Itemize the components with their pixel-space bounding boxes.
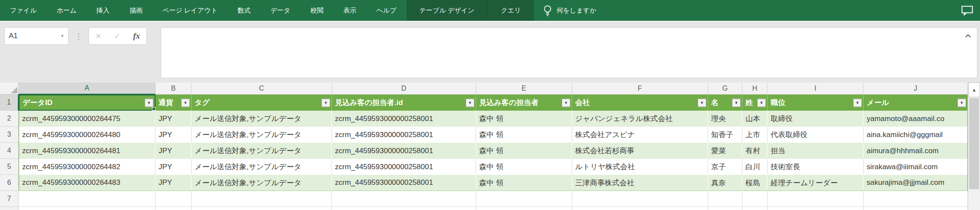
cell-G2[interactable]: 理央 xyxy=(708,111,742,127)
cell-G6[interactable]: 真奈 xyxy=(708,175,742,191)
ribbon-tab-data[interactable]: データ xyxy=(261,0,301,21)
cell-H4[interactable]: 有村 xyxy=(742,143,768,159)
row-header-7[interactable]: 7 xyxy=(0,191,19,207)
cell-I2[interactable]: 取締役 xyxy=(768,111,864,127)
scroll-up-button[interactable]: ▲ xyxy=(968,82,980,97)
filter-button-E[interactable]: ▼ xyxy=(562,98,570,107)
ribbon-tab-review[interactable]: 校閲 xyxy=(300,0,333,21)
filter-button-D[interactable]: ▼ xyxy=(466,98,474,107)
insert-function-icon[interactable]: fx xyxy=(133,31,140,41)
cell-G5[interactable]: 京子 xyxy=(708,159,742,175)
filter-button-B[interactable]: ▼ xyxy=(181,98,190,107)
cell-C4[interactable]: メール送信対象,サンプルデータ xyxy=(192,143,332,159)
cell-G7[interactable] xyxy=(708,191,742,207)
row-header-3[interactable]: 3 xyxy=(0,127,19,143)
cell-C6[interactable]: メール送信対象,サンプルデータ xyxy=(192,175,332,191)
cell-C2[interactable]: メール送信対象,サンプルデータ xyxy=(192,111,332,127)
cell-J6[interactable]: sakurajima@jjjmail.com xyxy=(864,175,968,191)
cell-H6[interactable]: 桜島 xyxy=(742,175,768,191)
column-header-E[interactable]: E xyxy=(476,82,572,95)
cell-B4[interactable]: JPY xyxy=(156,143,192,159)
cell-C7[interactable] xyxy=(192,191,332,207)
cell-B7[interactable] xyxy=(156,191,192,207)
cell-D4[interactable]: zcrm_4459593000000258001 xyxy=(332,143,476,159)
cell-A3[interactable]: zcrm_4459593000000264480 xyxy=(19,127,156,143)
filter-button-J[interactable]: ▼ xyxy=(957,98,966,107)
cell-H3[interactable]: 上市 xyxy=(742,127,768,143)
ribbon-tab-formulas[interactable]: 数式 xyxy=(228,0,261,21)
cancel-icon[interactable]: ✕ xyxy=(96,32,102,41)
cell-D6[interactable]: zcrm_4459593000000258001 xyxy=(332,175,476,191)
header-cell-D1[interactable]: 見込み客の担当者.id▼ xyxy=(332,95,476,111)
filter-button-G[interactable]: ▼ xyxy=(732,98,741,107)
header-cell-C1[interactable]: タグ▼ xyxy=(192,95,332,111)
cell-A5[interactable]: zcrm_4459593000000264482 xyxy=(19,159,156,175)
cell-H7[interactable] xyxy=(742,191,768,207)
filter-button-A[interactable]: ▼ xyxy=(145,98,153,107)
cell-I7[interactable] xyxy=(768,191,864,207)
cell-C5[interactable]: メール送信対象,サンプルデータ xyxy=(192,159,332,175)
filter-button-I[interactable]: ▼ xyxy=(853,98,862,107)
cell-B2[interactable]: JPY xyxy=(156,111,192,127)
comment-icon[interactable] xyxy=(961,0,980,21)
column-header-B[interactable]: B xyxy=(156,82,192,95)
column-header-D[interactable]: D xyxy=(332,82,476,95)
column-header-H[interactable]: H xyxy=(742,82,768,95)
cell-E2[interactable]: 森中 領 xyxy=(476,111,572,127)
cell-B3[interactable]: JPY xyxy=(156,127,192,143)
cell-I3[interactable]: 代表取締役 xyxy=(768,127,864,143)
cell-H5[interactable]: 白川 xyxy=(742,159,768,175)
cell-F2[interactable]: ジャパンジェネラル株式会社 xyxy=(572,111,708,127)
cell-A2[interactable]: zcrm_4459593000000264475 xyxy=(19,111,156,127)
fill-handle[interactable] xyxy=(152,107,156,111)
ribbon-tab-view[interactable]: 表示 xyxy=(333,0,366,21)
cell-F7[interactable] xyxy=(572,191,708,207)
tell-me-box[interactable]: 何をしますか xyxy=(534,0,606,21)
cell-J5[interactable]: sirakawa@iiimail.com xyxy=(864,159,968,175)
row-header-5[interactable]: 5 xyxy=(0,159,19,175)
cell-C3[interactable]: メール送信対象,サンプルデータ xyxy=(192,127,332,143)
cell-F6[interactable]: 三津商事株式会社 xyxy=(572,175,708,191)
ribbon-tab-help[interactable]: ヘルプ xyxy=(366,0,406,21)
filter-button-F[interactable]: ▼ xyxy=(698,98,706,107)
header-cell-E1[interactable]: 見込み客の担当者▼ xyxy=(476,95,572,111)
name-box[interactable]: A1 ▼ xyxy=(4,27,69,45)
row-header-2[interactable]: 2 xyxy=(0,111,19,127)
cell-D5[interactable]: zcrm_4459593000000258001 xyxy=(332,159,476,175)
header-cell-J1[interactable]: メール▼ xyxy=(864,95,968,111)
column-header-G[interactable]: G xyxy=(708,82,742,95)
cell-E3[interactable]: 森中 領 xyxy=(476,127,572,143)
cell-J2[interactable]: yamamoto@aaamail.co xyxy=(864,111,968,127)
cell-A4[interactable]: zcrm_4459593000000264481 xyxy=(19,143,156,159)
cell-G3[interactable]: 知香子 xyxy=(708,127,742,143)
ribbon-tab-home[interactable]: ホーム xyxy=(46,0,86,21)
cell-E7[interactable] xyxy=(476,191,572,207)
cell-F4[interactable]: 株式会社若杉商事 xyxy=(572,143,708,159)
ribbon-tab-query[interactable]: クエリ xyxy=(487,0,534,21)
cell-A6[interactable]: zcrm_4459593000000264483 xyxy=(19,175,156,191)
cell-E5[interactable]: 森中 領 xyxy=(476,159,572,175)
collapse-formula-bar-icon[interactable] xyxy=(965,32,971,39)
cell-J4[interactable]: aimura@hhhmail.com xyxy=(864,143,968,159)
cell-A7[interactable] xyxy=(19,191,156,207)
cell-I6[interactable]: 経理チームリーダー xyxy=(768,175,864,191)
select-all-corner[interactable] xyxy=(0,82,19,95)
column-header-A[interactable]: A xyxy=(19,82,156,95)
cell-J7[interactable] xyxy=(864,191,968,207)
header-cell-H1[interactable]: 姓▼ xyxy=(742,95,768,111)
header-cell-F1[interactable]: 会社▼ xyxy=(572,95,708,111)
column-header-C[interactable]: C xyxy=(192,82,332,95)
row-header-4[interactable]: 4 xyxy=(0,143,19,159)
scrollbar-thumb[interactable] xyxy=(969,98,979,189)
filter-button-H[interactable]: ▼ xyxy=(757,98,766,107)
cell-F3[interactable]: 株式会社アスピナ xyxy=(572,127,708,143)
ribbon-tab-table-design[interactable]: テーブル デザイン xyxy=(407,0,488,21)
cell-B6[interactable]: JPY xyxy=(156,175,192,191)
cell-H2[interactable]: 山本 xyxy=(742,111,768,127)
header-cell-I1[interactable]: 職位▼ xyxy=(768,95,864,111)
enter-icon[interactable]: ✓ xyxy=(114,32,120,41)
cell-D3[interactable]: zcrm_4459593000000258001 xyxy=(332,127,476,143)
cell-B5[interactable]: JPY xyxy=(156,159,192,175)
column-header-J[interactable]: J xyxy=(864,82,968,95)
filter-button-C[interactable]: ▼ xyxy=(321,98,330,107)
